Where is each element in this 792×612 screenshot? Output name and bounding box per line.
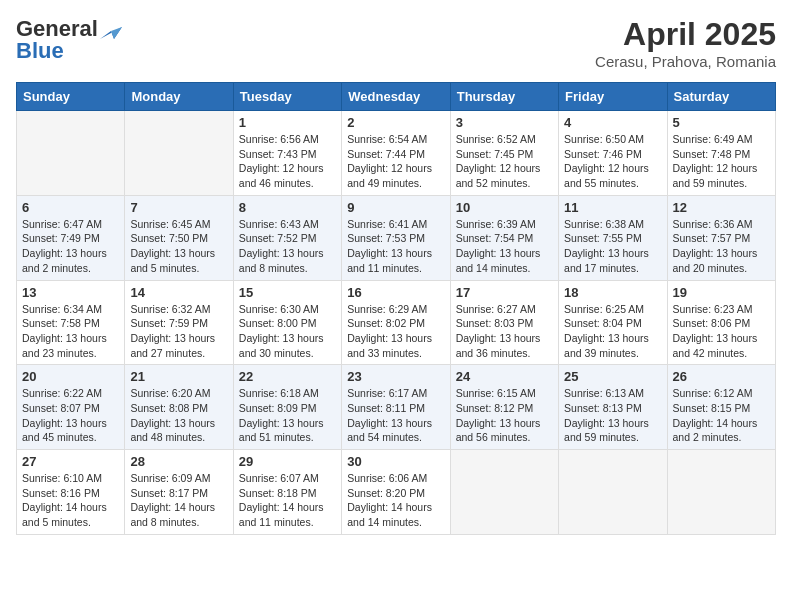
day-number: 11	[564, 200, 661, 215]
day-number: 19	[673, 285, 770, 300]
calendar-cell: 10Sunrise: 6:39 AMSunset: 7:54 PMDayligh…	[450, 195, 558, 280]
calendar-week-row: 6Sunrise: 6:47 AMSunset: 7:49 PMDaylight…	[17, 195, 776, 280]
day-number: 27	[22, 454, 119, 469]
day-detail: Sunrise: 6:18 AMSunset: 8:09 PMDaylight:…	[239, 386, 336, 445]
calendar-cell: 11Sunrise: 6:38 AMSunset: 7:55 PMDayligh…	[559, 195, 667, 280]
calendar-cell: 3Sunrise: 6:52 AMSunset: 7:45 PMDaylight…	[450, 111, 558, 196]
day-detail: Sunrise: 6:10 AMSunset: 8:16 PMDaylight:…	[22, 471, 119, 530]
day-detail: Sunrise: 6:47 AMSunset: 7:49 PMDaylight:…	[22, 217, 119, 276]
weekday-header-wednesday: Wednesday	[342, 83, 450, 111]
calendar-cell: 24Sunrise: 6:15 AMSunset: 8:12 PMDayligh…	[450, 365, 558, 450]
day-number: 8	[239, 200, 336, 215]
day-number: 18	[564, 285, 661, 300]
calendar-cell: 12Sunrise: 6:36 AMSunset: 7:57 PMDayligh…	[667, 195, 775, 280]
day-detail: Sunrise: 6:07 AMSunset: 8:18 PMDaylight:…	[239, 471, 336, 530]
day-detail: Sunrise: 6:41 AMSunset: 7:53 PMDaylight:…	[347, 217, 444, 276]
calendar-week-row: 20Sunrise: 6:22 AMSunset: 8:07 PMDayligh…	[17, 365, 776, 450]
day-number: 21	[130, 369, 227, 384]
location-title: Cerasu, Prahova, Romania	[595, 53, 776, 70]
day-number: 29	[239, 454, 336, 469]
day-number: 16	[347, 285, 444, 300]
day-detail: Sunrise: 6:30 AMSunset: 8:00 PMDaylight:…	[239, 302, 336, 361]
weekday-header-tuesday: Tuesday	[233, 83, 341, 111]
page-header: General Blue April 2025 Cerasu, Prahova,…	[16, 16, 776, 70]
day-detail: Sunrise: 6:29 AMSunset: 8:02 PMDaylight:…	[347, 302, 444, 361]
day-number: 4	[564, 115, 661, 130]
calendar-cell: 23Sunrise: 6:17 AMSunset: 8:11 PMDayligh…	[342, 365, 450, 450]
day-number: 28	[130, 454, 227, 469]
calendar-cell: 4Sunrise: 6:50 AMSunset: 7:46 PMDaylight…	[559, 111, 667, 196]
weekday-header-monday: Monday	[125, 83, 233, 111]
day-number: 17	[456, 285, 553, 300]
calendar-week-row: 1Sunrise: 6:56 AMSunset: 7:43 PMDaylight…	[17, 111, 776, 196]
day-number: 7	[130, 200, 227, 215]
calendar-cell: 17Sunrise: 6:27 AMSunset: 8:03 PMDayligh…	[450, 280, 558, 365]
day-detail: Sunrise: 6:15 AMSunset: 8:12 PMDaylight:…	[456, 386, 553, 445]
day-detail: Sunrise: 6:22 AMSunset: 8:07 PMDaylight:…	[22, 386, 119, 445]
day-number: 9	[347, 200, 444, 215]
calendar-week-row: 13Sunrise: 6:34 AMSunset: 7:58 PMDayligh…	[17, 280, 776, 365]
calendar-cell: 26Sunrise: 6:12 AMSunset: 8:15 PMDayligh…	[667, 365, 775, 450]
calendar-cell: 9Sunrise: 6:41 AMSunset: 7:53 PMDaylight…	[342, 195, 450, 280]
weekday-header-friday: Friday	[559, 83, 667, 111]
day-detail: Sunrise: 6:09 AMSunset: 8:17 PMDaylight:…	[130, 471, 227, 530]
day-number: 22	[239, 369, 336, 384]
day-detail: Sunrise: 6:56 AMSunset: 7:43 PMDaylight:…	[239, 132, 336, 191]
calendar-cell: 18Sunrise: 6:25 AMSunset: 8:04 PMDayligh…	[559, 280, 667, 365]
day-number: 25	[564, 369, 661, 384]
day-detail: Sunrise: 6:38 AMSunset: 7:55 PMDaylight:…	[564, 217, 661, 276]
day-number: 3	[456, 115, 553, 130]
day-detail: Sunrise: 6:49 AMSunset: 7:48 PMDaylight:…	[673, 132, 770, 191]
day-number: 15	[239, 285, 336, 300]
day-number: 2	[347, 115, 444, 130]
calendar-table: SundayMondayTuesdayWednesdayThursdayFrid…	[16, 82, 776, 535]
calendar-cell	[559, 450, 667, 535]
calendar-cell: 21Sunrise: 6:20 AMSunset: 8:08 PMDayligh…	[125, 365, 233, 450]
logo-bird-icon	[100, 19, 122, 39]
day-detail: Sunrise: 6:13 AMSunset: 8:13 PMDaylight:…	[564, 386, 661, 445]
calendar-week-row: 27Sunrise: 6:10 AMSunset: 8:16 PMDayligh…	[17, 450, 776, 535]
day-detail: Sunrise: 6:32 AMSunset: 7:59 PMDaylight:…	[130, 302, 227, 361]
calendar-cell	[17, 111, 125, 196]
calendar-cell: 13Sunrise: 6:34 AMSunset: 7:58 PMDayligh…	[17, 280, 125, 365]
calendar-cell: 22Sunrise: 6:18 AMSunset: 8:09 PMDayligh…	[233, 365, 341, 450]
month-title: April 2025	[595, 16, 776, 53]
day-number: 10	[456, 200, 553, 215]
day-detail: Sunrise: 6:54 AMSunset: 7:44 PMDaylight:…	[347, 132, 444, 191]
logo: General Blue	[16, 16, 122, 64]
calendar-cell: 5Sunrise: 6:49 AMSunset: 7:48 PMDaylight…	[667, 111, 775, 196]
calendar-cell: 29Sunrise: 6:07 AMSunset: 8:18 PMDayligh…	[233, 450, 341, 535]
day-number: 20	[22, 369, 119, 384]
day-number: 5	[673, 115, 770, 130]
weekday-header-sunday: Sunday	[17, 83, 125, 111]
day-detail: Sunrise: 6:23 AMSunset: 8:06 PMDaylight:…	[673, 302, 770, 361]
calendar-cell: 8Sunrise: 6:43 AMSunset: 7:52 PMDaylight…	[233, 195, 341, 280]
calendar-cell: 14Sunrise: 6:32 AMSunset: 7:59 PMDayligh…	[125, 280, 233, 365]
day-detail: Sunrise: 6:43 AMSunset: 7:52 PMDaylight:…	[239, 217, 336, 276]
weekday-header-row: SundayMondayTuesdayWednesdayThursdayFrid…	[17, 83, 776, 111]
calendar-cell: 1Sunrise: 6:56 AMSunset: 7:43 PMDaylight…	[233, 111, 341, 196]
day-number: 14	[130, 285, 227, 300]
day-detail: Sunrise: 6:27 AMSunset: 8:03 PMDaylight:…	[456, 302, 553, 361]
day-detail: Sunrise: 6:34 AMSunset: 7:58 PMDaylight:…	[22, 302, 119, 361]
weekday-header-thursday: Thursday	[450, 83, 558, 111]
calendar-cell: 30Sunrise: 6:06 AMSunset: 8:20 PMDayligh…	[342, 450, 450, 535]
day-number: 12	[673, 200, 770, 215]
day-number: 23	[347, 369, 444, 384]
day-number: 1	[239, 115, 336, 130]
day-number: 30	[347, 454, 444, 469]
day-detail: Sunrise: 6:20 AMSunset: 8:08 PMDaylight:…	[130, 386, 227, 445]
calendar-cell: 25Sunrise: 6:13 AMSunset: 8:13 PMDayligh…	[559, 365, 667, 450]
weekday-header-saturday: Saturday	[667, 83, 775, 111]
calendar-cell: 19Sunrise: 6:23 AMSunset: 8:06 PMDayligh…	[667, 280, 775, 365]
day-number: 6	[22, 200, 119, 215]
calendar-cell: 20Sunrise: 6:22 AMSunset: 8:07 PMDayligh…	[17, 365, 125, 450]
day-detail: Sunrise: 6:52 AMSunset: 7:45 PMDaylight:…	[456, 132, 553, 191]
calendar-cell: 27Sunrise: 6:10 AMSunset: 8:16 PMDayligh…	[17, 450, 125, 535]
day-detail: Sunrise: 6:17 AMSunset: 8:11 PMDaylight:…	[347, 386, 444, 445]
day-detail: Sunrise: 6:25 AMSunset: 8:04 PMDaylight:…	[564, 302, 661, 361]
day-number: 24	[456, 369, 553, 384]
day-detail: Sunrise: 6:45 AMSunset: 7:50 PMDaylight:…	[130, 217, 227, 276]
calendar-cell	[450, 450, 558, 535]
day-number: 13	[22, 285, 119, 300]
